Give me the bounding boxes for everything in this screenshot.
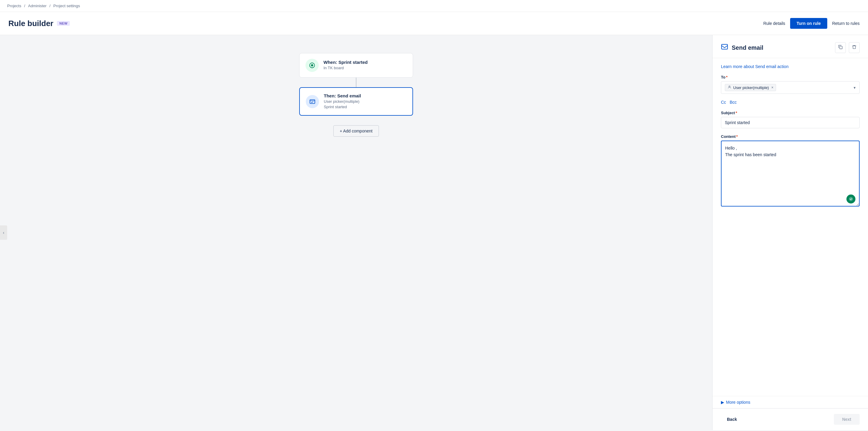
breadcrumb: Projects / Administer / Project settings [0, 0, 868, 12]
content-field-group: Content * Hello , The sprint has been st… [721, 134, 860, 208]
smart-value-icon[interactable] [846, 195, 856, 203]
delete-button[interactable] [849, 42, 860, 53]
breadcrumb-sep-2: / [50, 4, 52, 8]
cc-bcc-links: Cc Bcc [721, 100, 860, 105]
breadcrumb-sep-1: / [24, 4, 26, 8]
panel-title: Send email [732, 45, 764, 51]
panel-body: Learn more about Send email action To * [713, 58, 868, 396]
content-field-label: Content * [721, 134, 860, 139]
turn-on-rule-button[interactable]: Turn on rule [790, 18, 828, 29]
action-node-title: Then: Send email [324, 93, 361, 98]
to-tag-remove[interactable]: × [771, 85, 773, 90]
trigger-node-text: When: Sprint started In TK board [323, 60, 368, 71]
breadcrumb-projects[interactable]: Projects [7, 4, 21, 8]
to-tag: User picker(multiple) × [725, 84, 776, 91]
svg-rect-4 [840, 46, 842, 49]
main-layout: ‹ When: Sprint started In TK board [0, 35, 868, 430]
to-field-tags: User picker(multiple) × [725, 84, 776, 91]
subject-field-group: Subject * [721, 111, 860, 128]
next-button[interactable]: Next [834, 414, 860, 425]
flow-connector [356, 78, 356, 87]
more-options-section[interactable]: ▶ More options [713, 396, 868, 408]
to-field-group: To * User picker(multiple) [721, 75, 860, 94]
send-email-panel: Send email [712, 35, 868, 430]
new-badge: NEW [57, 21, 70, 26]
duplicate-icon [838, 45, 843, 51]
content-textarea[interactable]: Hello , The sprint has been started [721, 141, 860, 206]
action-node-text: Then: Send email User picker(multiple) S… [324, 93, 361, 110]
back-button[interactable]: Back [721, 414, 743, 425]
trigger-node-icon [306, 59, 319, 72]
subject-field-label: Subject * [721, 111, 860, 115]
panel-action-buttons [835, 42, 860, 53]
breadcrumb-project-settings[interactable]: Project settings [53, 4, 80, 8]
panel-footer: Back Next [713, 408, 868, 430]
trigger-node[interactable]: When: Sprint started In TK board [299, 53, 413, 78]
canvas-collapse-toggle[interactable]: ‹ [0, 225, 7, 240]
content-wrapper: Hello , The sprint has been started [721, 141, 860, 208]
panel-title-group: Send email [721, 43, 764, 52]
more-options-chevron: ▶ [721, 400, 724, 405]
page-header: Rule builder NEW Rule details Turn on ru… [0, 12, 868, 35]
breadcrumb-administer[interactable]: Administer [28, 4, 46, 8]
subject-required-star: * [736, 111, 737, 115]
duplicate-button[interactable] [835, 42, 846, 53]
collapse-icon: ‹ [3, 230, 4, 235]
svg-rect-3 [721, 45, 727, 49]
more-options-label: ▶ More options [721, 400, 860, 405]
to-field-input[interactable]: User picker(multiple) × ▾ [721, 81, 860, 94]
to-field-label: To * [721, 75, 860, 80]
action-node-icon [306, 95, 319, 108]
action-node[interactable]: Then: Send email User picker(multiple) S… [299, 87, 413, 116]
trigger-node-title: When: Sprint started [323, 60, 368, 65]
to-tag-value: User picker(multiple) [733, 85, 769, 90]
user-picker-icon [727, 85, 732, 90]
panel-header: Send email [713, 35, 868, 58]
action-node-subtitle-line2: Sprint started [324, 104, 361, 110]
trigger-node-subtitle: In TK board [323, 65, 368, 71]
svg-point-5 [729, 86, 730, 87]
return-to-rules-link[interactable]: Return to rules [832, 21, 860, 26]
to-required-star: * [726, 75, 727, 80]
cc-link[interactable]: Cc [721, 100, 726, 105]
trash-icon [852, 45, 857, 51]
flow-container: When: Sprint started In TK board Then: S… [299, 53, 413, 137]
to-field-chevron: ▾ [854, 85, 856, 90]
rule-canvas: ‹ When: Sprint started In TK board [0, 35, 712, 430]
svg-rect-2 [310, 99, 315, 104]
subject-input[interactable] [721, 117, 860, 128]
send-email-panel-icon [721, 43, 728, 52]
bcc-link[interactable]: Bcc [730, 100, 737, 105]
action-node-subtitle-line1: User picker(multiple) [324, 99, 361, 104]
content-required-star: * [736, 134, 738, 139]
svg-point-1 [311, 64, 313, 66]
add-component-button[interactable]: + Add component [333, 125, 379, 137]
learn-more-link[interactable]: Learn more about Send email action [721, 64, 860, 69]
rule-details-link[interactable]: Rule details [763, 21, 785, 26]
page-title: Rule builder [8, 19, 53, 28]
